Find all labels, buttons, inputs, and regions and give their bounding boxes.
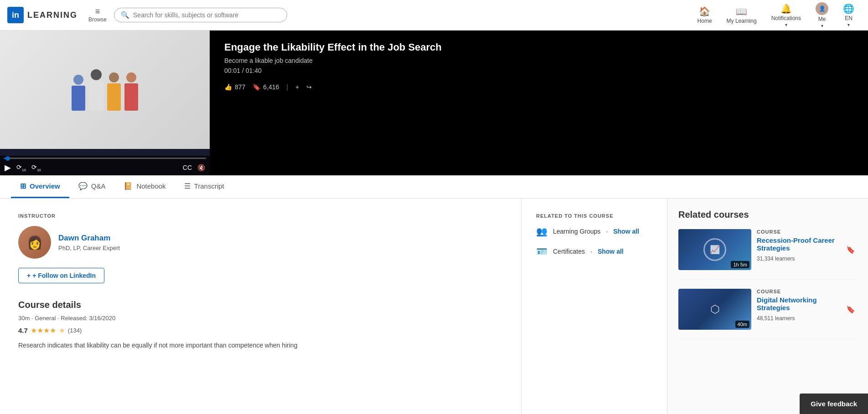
instructor-name[interactable]: Dawn Graham [58, 234, 120, 243]
logo[interactable]: in LEARNING [7, 7, 78, 23]
video-time: 00:01 / 01:40 [224, 67, 853, 74]
stars-icon: ★★★★ [31, 326, 56, 335]
course-details-title: Course details [18, 300, 503, 310]
header-nav: 🏠 Home 📖 My Learning 🔔 Notifications ▾ 👤… [691, 0, 861, 31]
video-illustration [62, 60, 147, 120]
nav-home[interactable]: 🏠 Home [691, 3, 718, 27]
chevron-down-icon: ▾ [785, 22, 787, 27]
likes-count: 877 [235, 83, 245, 91]
search-bar: 🔍 [114, 8, 287, 22]
progress-bar[interactable] [4, 158, 206, 159]
course-title-1[interactable]: Recession-Proof Career Strategies [757, 236, 839, 252]
qa-icon: 💬 [78, 182, 88, 190]
video-player[interactable]: ▶ ⟳10 ⟳10 CC 🔇 [0, 31, 210, 175]
course-card-digital-networking: ⬡ 40m COURSE Digital Networking Strategi… [678, 289, 857, 339]
course-meta: 30m · General · Released: 3/16/2020 [18, 315, 503, 322]
play-button[interactable]: ▶ [4, 162, 12, 174]
bookmark-button-2[interactable]: 🔖 [844, 289, 857, 330]
related-courses-title: Related courses [678, 210, 857, 220]
bookmark-button-1[interactable]: 🔖 [844, 229, 857, 270]
transcript-icon: ☰ [184, 182, 191, 190]
person-1 [72, 75, 85, 111]
saves-action[interactable]: 🔖 6,416 [253, 83, 279, 91]
instructor-avatar: 👩 [18, 226, 51, 259]
video-section: ▶ ⟳10 ⟳10 CC 🔇 Engage the Likability Eff… [0, 31, 868, 175]
likes-action[interactable]: 👍 877 [224, 83, 245, 91]
give-feedback-button[interactable]: Give feedback [800, 394, 868, 414]
nav-my-learning[interactable]: 📖 My Learning [720, 3, 763, 27]
course-duration: 30m [18, 315, 30, 322]
tab-overview[interactable]: ⊞ Overview [11, 175, 69, 198]
linkedin-logo-icon: in [7, 7, 24, 23]
tab-transcript[interactable]: ☰ Transcript [175, 175, 233, 198]
rating-number: 4.7 [18, 327, 28, 334]
overview-icon: ⊞ [20, 182, 26, 190]
course-card-recession-proof: 📈 1h 5m COURSE Recession-Proof Career St… [678, 229, 857, 280]
controls-row: ▶ ⟳10 ⟳10 CC 🔇 [4, 162, 206, 174]
course-description: Research indicates that likability can b… [18, 340, 503, 350]
nav-me[interactable]: 👤 Me ▾ [809, 0, 835, 31]
learning-groups-icon: 👥 [536, 226, 548, 237]
mute-button[interactable]: 🔇 [196, 163, 206, 172]
half-star-icon: ★ [59, 326, 65, 335]
content-right: Related courses 📈 1h 5m COURSE Recession… [667, 199, 868, 414]
cc-button[interactable]: CC [182, 163, 193, 172]
forward-button[interactable]: ⟳10 [31, 163, 42, 173]
related-learning-groups: 👥 Learning Groups · Show all [536, 226, 652, 237]
course-learners-2: 48,511 learners [757, 315, 839, 322]
nav-home-label: Home [698, 18, 712, 24]
content-left: INSTRUCTOR 👩 Dawn Graham PhD, LP, Career… [0, 199, 522, 414]
follow-linkedin-button[interactable]: + + Follow on LinkedIn [18, 268, 104, 283]
video-subtitle: Become a likable job candidate [224, 57, 853, 64]
person-3 [107, 72, 121, 111]
nav-language[interactable]: 🌐 EN ▾ [837, 0, 861, 30]
nav-notifications[interactable]: 🔔 Notifications ▾ [765, 0, 807, 30]
course-thumbnail-1[interactable]: 📈 1h 5m [678, 229, 751, 270]
bookmark-icon: 🔖 [253, 83, 260, 91]
plus-icon: + [295, 83, 299, 91]
course-card-info-2: COURSE Digital Networking Strategies 48,… [757, 289, 839, 330]
rewind-button[interactable]: ⟳10 [16, 163, 27, 173]
thumbnail-shape: 📈 [703, 238, 726, 261]
certificates-label: Certificates [553, 248, 585, 255]
thumbs-up-icon: 👍 [224, 83, 232, 91]
course-duration-badge-2: 40m [735, 321, 749, 328]
home-icon: 🏠 [699, 6, 710, 17]
rating-count: (134) [68, 327, 82, 334]
avatar: 👤 [816, 2, 828, 15]
tab-qa[interactable]: 💬 Q&A [69, 175, 115, 198]
nav-language-label: EN [845, 15, 852, 21]
browse-button[interactable]: ≡ Browse [88, 7, 107, 23]
video-actions: 👍 877 🔖 6,416 | + ↪ [224, 83, 853, 91]
divider: | [286, 83, 288, 91]
course-title-2[interactable]: Digital Networking Strategies [757, 296, 839, 312]
search-input[interactable] [133, 11, 280, 19]
video-info: Engage the Likability Effect in the Job … [210, 31, 868, 175]
related-section-label: RELATED TO THIS COURSE [536, 213, 652, 219]
thumbnail-shape-2: ⬡ [710, 303, 720, 316]
chevron-down-icon: ▾ [847, 22, 850, 27]
search-icon: 🔍 [121, 11, 129, 19]
course-release: Released: 3/16/2020 [61, 315, 115, 322]
saves-count: 6,416 [263, 83, 279, 91]
learning-groups-show-all[interactable]: Show all [613, 228, 639, 235]
course-details-section: Course details 30m · General · Released:… [18, 300, 503, 350]
course-learners-1: 31,334 learners [757, 256, 839, 262]
course-level: General [35, 315, 56, 322]
share-action[interactable]: ↪ [306, 83, 312, 91]
nav-notifications-label: Notifications [771, 15, 801, 21]
person-2 [89, 69, 103, 111]
share-icon: ↪ [306, 83, 312, 91]
course-duration-badge-1: 1h 5m [731, 261, 749, 268]
browse-label: Browse [88, 16, 107, 23]
main-content: INSTRUCTOR 👩 Dawn Graham PhD, LP, Career… [0, 199, 868, 414]
tab-notebook[interactable]: 📔 Notebook [114, 175, 175, 198]
hamburger-icon: ≡ [95, 7, 100, 15]
globe-icon: 🌐 [843, 3, 854, 14]
certificates-icon: 🪪 [536, 246, 548, 257]
certificates-show-all[interactable]: Show all [598, 248, 624, 255]
course-thumbnail-2[interactable]: ⬡ 40m [678, 289, 751, 330]
instructor-block: 👩 Dawn Graham PhD, LP, Career Expert [18, 226, 503, 259]
chevron-down-icon: ▾ [821, 23, 823, 28]
add-action[interactable]: + [295, 83, 299, 91]
